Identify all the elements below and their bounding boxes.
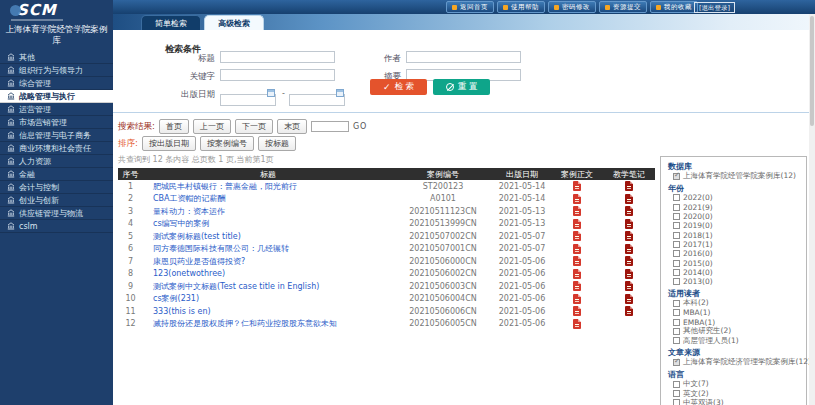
filter-option[interactable]: 2021(9)	[668, 203, 799, 212]
topnav-favorites-button[interactable]: 我的收藏	[650, 1, 698, 13]
teaching-note-pdf-icon[interactable]	[625, 294, 633, 304]
sidebar-category-item[interactable]: 组织行为与领导力	[0, 64, 113, 77]
case-fulltext-pdf-icon[interactable]	[573, 181, 581, 191]
teaching-note-pdf-icon[interactable]	[625, 256, 633, 266]
sidebar-category-item[interactable]: cslm	[0, 220, 113, 233]
teaching-note-pdf-icon[interactable]	[625, 219, 633, 229]
last-page-button[interactable]: 末页	[277, 119, 307, 134]
sidebar-category-item[interactable]: 创业与创新	[0, 194, 113, 207]
calendar-icon[interactable]	[336, 89, 344, 97]
sort-by-number-button[interactable]: 按案例编号	[200, 136, 254, 151]
topnav-password-button[interactable]: 密码修改	[548, 1, 596, 13]
teaching-note-pdf-icon[interactable]	[625, 269, 633, 279]
filter-option[interactable]: 2020(0)	[668, 212, 799, 221]
topnav-home-button[interactable]: 返回首页	[446, 1, 494, 13]
case-title-link[interactable]: 测试案例标题(test title)	[143, 231, 393, 242]
next-page-button[interactable]: 下一页	[235, 119, 273, 134]
case-fulltext-pdf-icon[interactable]	[573, 281, 581, 291]
teaching-note-pdf-icon[interactable]	[625, 231, 633, 241]
topnav-submit-button[interactable]: 资源提交	[599, 1, 647, 13]
sidebar-category-item[interactable]: 运营管理	[0, 103, 113, 116]
prev-page-button[interactable]: 上一页	[193, 119, 231, 134]
filter-option[interactable]: 上海体育学院经济管理学院案例库(12)	[668, 358, 799, 367]
filter-option[interactable]: 2017(1)	[668, 240, 799, 249]
sidebar-category-item[interactable]: 其他	[0, 51, 113, 64]
checkbox[interactable]	[673, 194, 680, 201]
case-fulltext-pdf-icon[interactable]	[573, 306, 581, 316]
author-input[interactable]	[406, 51, 521, 63]
filter-option[interactable]: 本科(2)	[668, 299, 799, 308]
checkbox[interactable]	[673, 399, 680, 405]
tab-simple-search[interactable]: 简单检索	[141, 15, 201, 30]
checkbox[interactable]	[673, 232, 680, 239]
case-title-link[interactable]: 量科动力：资本运作	[143, 206, 393, 217]
teaching-note-pdf-icon[interactable]	[625, 181, 633, 191]
checkbox[interactable]	[673, 213, 680, 220]
checkbox[interactable]	[673, 173, 680, 180]
teaching-note-pdf-icon[interactable]	[625, 281, 633, 291]
teaching-note-pdf-icon[interactable]	[625, 306, 633, 316]
checkbox[interactable]	[673, 381, 680, 388]
teaching-note-pdf-icon[interactable]	[625, 194, 633, 204]
filter-option[interactable]: 2015(0)	[668, 258, 799, 267]
scrollbar-thumb[interactable]	[810, 16, 814, 126]
case-fulltext-pdf-icon[interactable]	[573, 294, 581, 304]
case-title-link[interactable]: 123(onetwothree)	[143, 269, 393, 278]
teaching-note-pdf-icon[interactable]	[625, 244, 633, 254]
checkbox[interactable]	[673, 300, 680, 307]
filter-option[interactable]: 中英双语(3)	[668, 398, 799, 405]
case-title-link[interactable]: CBA工资帽的记薪酬	[143, 193, 393, 204]
case-fulltext-pdf-icon[interactable]	[573, 319, 581, 329]
checkbox[interactable]	[673, 269, 680, 276]
case-fulltext-pdf-icon[interactable]	[573, 194, 581, 204]
checkbox[interactable]	[673, 278, 680, 285]
search-button[interactable]: ✓ 检 索	[370, 79, 427, 95]
topnav-help-button[interactable]: 使用帮助	[497, 1, 545, 13]
checkbox[interactable]	[673, 250, 680, 257]
checkbox[interactable]	[673, 309, 680, 316]
sidebar-category-item[interactable]: 人力资源	[0, 155, 113, 168]
calendar-icon[interactable]	[267, 89, 275, 97]
sidebar-category-item[interactable]: 市场营销管理	[0, 116, 113, 129]
sidebar-category-item[interactable]: 综合管理	[0, 77, 113, 90]
filter-option[interactable]: EMBA(1)	[668, 317, 799, 326]
filter-option[interactable]: 中文(7)	[668, 380, 799, 389]
sidebar-category-item[interactable]: 会计与控制	[0, 181, 113, 194]
case-title-link[interactable]: 肥城民丰村镇银行：普惠金融，阳光前行	[143, 181, 393, 192]
checkbox[interactable]	[673, 390, 680, 397]
vertical-scrollbar[interactable]	[809, 14, 815, 405]
case-title-link[interactable]: 康恩贝药业是否值得投资?	[143, 256, 393, 267]
case-title-link[interactable]: cs案例(231)	[143, 293, 393, 304]
checkbox[interactable]	[673, 222, 680, 229]
title-input[interactable]	[220, 51, 335, 63]
case-title-link[interactable]: 同方泰德国际科技有限公司：几经辗转	[143, 243, 393, 254]
filter-option[interactable]: 2014(0)	[668, 268, 799, 277]
filter-option[interactable]: 2016(0)	[668, 249, 799, 258]
go-button[interactable]: GO	[353, 122, 368, 131]
filter-option[interactable]: MBA(1)	[668, 308, 799, 317]
teaching-note-pdf-icon[interactable]	[625, 206, 633, 216]
keyword-input[interactable]	[220, 69, 335, 81]
checkbox[interactable]	[673, 260, 680, 267]
filter-option[interactable]: 上海体育学院经管学院案例库(12)	[668, 172, 799, 181]
checkbox[interactable]	[673, 328, 680, 335]
sort-by-title-button[interactable]: 按标题	[258, 136, 296, 151]
case-title-link[interactable]: 测试案例中文标题(Test case title in English)	[143, 281, 393, 292]
checkbox[interactable]	[673, 359, 680, 366]
sort-by-date-button[interactable]: 按出版日期	[142, 136, 196, 151]
sidebar-category-item[interactable]: 供应链管理与物流	[0, 207, 113, 220]
case-fulltext-pdf-icon[interactable]	[573, 269, 581, 279]
case-title-link[interactable]: cs编写中的案例	[143, 218, 393, 229]
reset-button[interactable]: 重 置	[433, 79, 490, 95]
sidebar-category-item[interactable]: 商业环境和社会责任	[0, 142, 113, 155]
case-fulltext-pdf-icon[interactable]	[573, 256, 581, 266]
page-number-input[interactable]	[311, 121, 349, 132]
filter-option[interactable]: 其他研究生(2)	[668, 327, 799, 336]
checkbox[interactable]	[673, 337, 680, 344]
first-page-button[interactable]: 首页	[159, 119, 189, 134]
checkbox[interactable]	[673, 241, 680, 248]
sidebar-category-item[interactable]: 金融	[0, 168, 113, 181]
filter-option[interactable]: 高层管理人员(1)	[668, 336, 799, 345]
checkbox[interactable]	[673, 204, 680, 211]
filter-option[interactable]: 2018(1)	[668, 230, 799, 239]
